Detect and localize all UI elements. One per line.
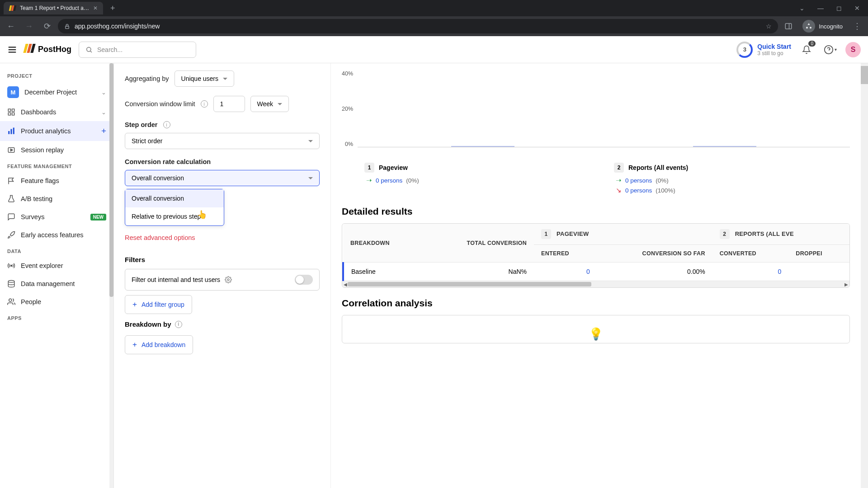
user-avatar[interactable]: S (845, 42, 861, 57)
sidebar-scrollbar[interactable] (109, 63, 113, 488)
table-row[interactable]: Baseline NaN% 0 0.00% 0 (343, 263, 849, 281)
sidebar-item-surveys[interactable]: Surveys NEW (0, 208, 113, 226)
chart-bar-2[interactable] (693, 146, 756, 147)
project-name: December Project (24, 89, 77, 96)
gear-icon[interactable] (225, 276, 232, 283)
panel-icon[interactable] (782, 22, 795, 30)
sidebar-item-early-access[interactable]: Early access features (0, 226, 113, 244)
svg-rect-14 (8, 131, 9, 134)
conv-rate-select[interactable]: Overall conversion (125, 170, 320, 186)
plus-icon[interactable]: + (101, 126, 106, 136)
add-breakdown-button[interactable]: + Add breakdown (125, 335, 193, 354)
chart-legend: 1 Pageview ➝ 0 persons (0%) 2 Reports (A… (342, 163, 850, 196)
correlation-panel: 💡 (342, 315, 850, 343)
dropdown-option-relative[interactable]: Relative to previous step (125, 207, 224, 225)
back-button[interactable]: ← (4, 19, 18, 33)
reload-button[interactable]: ⟳ (40, 19, 54, 33)
notifications-button[interactable]: 0 (798, 42, 815, 58)
info-icon[interactable]: i (175, 321, 182, 328)
svg-point-23 (227, 279, 229, 281)
quickstart-progress-icon: 3 (736, 42, 753, 58)
plus-icon: + (132, 300, 137, 309)
dropdown-option-overall[interactable]: Overall conversion (125, 189, 224, 207)
svg-rect-0 (66, 26, 69, 28)
maximize-icon[interactable]: ◻ (832, 3, 846, 14)
tab-favicon-icon (9, 5, 16, 12)
svg-rect-1 (785, 23, 792, 29)
logo[interactable]: PostHog (24, 44, 71, 55)
col-converted: CONVERTED (712, 245, 789, 263)
sidebar-section-data: DATA (0, 244, 113, 257)
info-icon[interactable]: i (163, 121, 170, 128)
url-input[interactable]: app.posthog.com/insights/new ☆ (58, 19, 778, 33)
persons-link[interactable]: 0 persons (625, 187, 652, 194)
step-name: Pageview (379, 164, 408, 171)
chart-y-axis: 40% 20% 0% (342, 70, 358, 147)
percent-label: (0%) (656, 177, 669, 184)
sidebar-item-product-analytics[interactable]: Product analytics + (0, 121, 113, 141)
table-horizontal-scrollbar[interactable]: ◀ ▶ (342, 281, 849, 287)
help-button[interactable]: ▾ (822, 42, 838, 58)
minimize-icon[interactable]: — (813, 3, 828, 14)
url-text: app.posthog.com/insights/new (75, 23, 761, 30)
incognito-label: Incognito (819, 23, 843, 30)
aggregating-label: Aggregating by (125, 75, 169, 82)
sidebar-item-dashboards[interactable]: Dashboards ⌄ (0, 103, 113, 121)
sidebar-item-event-explorer[interactable]: Event explorer (0, 257, 113, 275)
svg-rect-10 (8, 109, 10, 111)
menu-toggle-button[interactable] (7, 45, 17, 55)
filter-internal-toggle[interactable] (295, 275, 313, 285)
sidebar-section-apps: APPS (0, 311, 113, 324)
conv-rate-dropdown: Overall conversion Relative to previous … (125, 189, 224, 226)
sidebar-item-people[interactable]: People (0, 293, 113, 311)
main-scrollbar[interactable] (861, 63, 868, 488)
sidebar-project-selector[interactable]: M December Project ⌄ (0, 81, 113, 103)
conv-window-input[interactable] (213, 96, 245, 112)
reset-advanced-link[interactable]: Reset advanced options (125, 234, 195, 241)
caret-down-icon (278, 103, 282, 105)
incognito-badge[interactable]: Incognito (799, 20, 846, 33)
filters-heading: Filters (125, 256, 320, 263)
legend-step-2: 2 Reports (All events) ➝ 0 persons (0%) … (614, 163, 836, 196)
step-order-label: Step order (125, 121, 158, 128)
cell-entered: 0 (534, 263, 597, 281)
rocket-icon (7, 231, 15, 239)
add-filter-group-button[interactable]: + Add filter group (125, 295, 192, 314)
chart-bar-1[interactable] (451, 146, 514, 147)
project-avatar: M (7, 86, 19, 98)
persons-link[interactable]: 0 persons (625, 177, 652, 184)
chevron-down-icon[interactable]: ⌄ (795, 3, 809, 14)
sidebar-item-session-replay[interactable]: Session replay (0, 141, 113, 159)
sidebar-item-data-mgmt[interactable]: Data management (0, 275, 113, 293)
app-header: PostHog Search... 3 Quick Start 3 still … (0, 36, 868, 63)
svg-marker-18 (11, 149, 13, 151)
aggregating-select[interactable]: Unique users (175, 70, 235, 87)
new-tab-button[interactable]: + (107, 2, 119, 15)
step-order-select[interactable]: Strict order (125, 133, 320, 149)
svg-rect-15 (11, 129, 12, 134)
browser-tab[interactable]: Team 1 Report • Product analytic ✕ (4, 2, 103, 14)
conv-window-unit-select[interactable]: Week (250, 96, 289, 112)
chevron-down-icon: ⌄ (101, 109, 106, 116)
quickstart-button[interactable]: 3 Quick Start 3 still to go (736, 42, 791, 58)
incognito-icon (802, 20, 815, 33)
filter-internal-row: Filter out internal and test users (125, 269, 320, 291)
col-total-conversion: TOTAL CONVERSION (423, 224, 534, 263)
svg-rect-13 (12, 113, 14, 115)
sidebar-item-ab-testing[interactable]: A/B testing (0, 190, 113, 208)
caret-down-icon (223, 78, 227, 80)
info-icon[interactable]: i (201, 100, 208, 108)
menu-icon[interactable]: ⋮ (850, 19, 864, 33)
star-icon[interactable]: ☆ (766, 23, 772, 30)
search-placeholder: Search... (97, 46, 123, 53)
tab-close-icon[interactable]: ✕ (93, 5, 98, 11)
forward-button[interactable]: → (22, 19, 36, 33)
sidebar-item-feature-flags[interactable]: Feature flags (0, 172, 113, 190)
quickstart-title: Quick Start (757, 43, 791, 50)
results-table: BREAKDOWN TOTAL CONVERSION 1 PAGEVIEW 2 … (342, 223, 850, 288)
close-window-icon[interactable]: ✕ (850, 3, 864, 14)
chart-bars (358, 70, 850, 147)
persons-link[interactable]: 0 persons (376, 177, 402, 184)
search-input[interactable]: Search... (79, 42, 196, 58)
flask-icon (7, 195, 15, 203)
